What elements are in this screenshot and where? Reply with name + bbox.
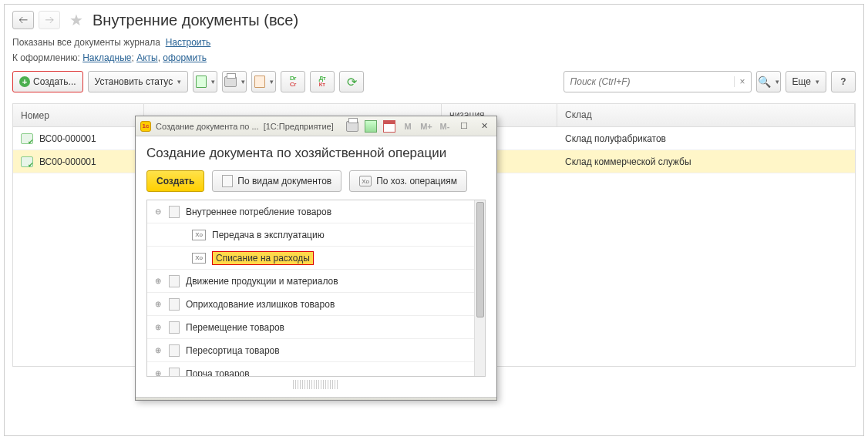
more-button[interactable]: Еще▾ bbox=[786, 71, 826, 92]
tree-item[interactable]: ⊕Движение продукции и материалов bbox=[147, 270, 474, 293]
expand-icon[interactable]: ⊕ bbox=[153, 369, 163, 377]
dialog-titlebar[interactable]: 1c Создание документа по ... [1С:Предпри… bbox=[136, 116, 496, 136]
tree-item[interactable]: ХоСписание на расходы bbox=[147, 247, 474, 270]
plus-icon: + bbox=[19, 76, 30, 87]
acts-link[interactable]: Акты bbox=[136, 52, 158, 63]
tree-item-label: Внутреннее потребление товаров bbox=[186, 207, 331, 217]
tree-item-label: Списание на расходы bbox=[212, 251, 314, 265]
doc-list-icon bbox=[222, 175, 233, 187]
document-icon bbox=[169, 321, 180, 334]
cell-number: ВС00-000001 bbox=[39, 156, 96, 167]
tree-item[interactable]: ⊕Оприходование излишков товаров bbox=[147, 293, 474, 316]
copy-icon bbox=[196, 76, 207, 88]
dr-kt-button-1[interactable]: DrCr bbox=[281, 71, 305, 92]
help-button[interactable]: ? bbox=[831, 71, 856, 92]
report-icon bbox=[254, 76, 265, 88]
expand-icon[interactable]: ⊕ bbox=[153, 277, 163, 286]
titlebar-print-icon[interactable] bbox=[345, 119, 359, 133]
create-button-label: Создать... bbox=[33, 76, 76, 87]
by-operations-button[interactable]: Хо По хоз. операциям bbox=[349, 170, 467, 192]
tree-spacer bbox=[177, 230, 186, 240]
help-icon: ? bbox=[840, 76, 846, 87]
configure-link[interactable]: Настроить bbox=[166, 37, 211, 48]
document-icon bbox=[21, 133, 33, 144]
window-maximize-button[interactable]: ☐ bbox=[456, 119, 472, 133]
tree-item-label: Движение продукции и материалов bbox=[186, 276, 338, 287]
titlebar-m-icon[interactable]: M bbox=[401, 119, 415, 133]
to-process-label: К оформлению: bbox=[12, 52, 80, 63]
document-icon bbox=[169, 368, 180, 377]
dialog-heading: Создание документа по хозяйственной опер… bbox=[146, 146, 486, 161]
nav-forward-button[interactable]: 🡢 bbox=[39, 11, 60, 29]
favorite-star-icon[interactable]: ★ bbox=[69, 11, 83, 29]
titlebar-grid-icon[interactable] bbox=[364, 119, 378, 133]
waybills-link[interactable]: Накладные bbox=[82, 52, 131, 63]
tree-item[interactable]: ⊕Перемещение товаров bbox=[147, 316, 474, 339]
window-close-button[interactable]: ✕ bbox=[476, 119, 492, 133]
by-documents-button[interactable]: По видам документов bbox=[212, 170, 341, 192]
search-button[interactable]: 🔍▾ bbox=[756, 71, 781, 92]
refresh-button[interactable]: ⟳ bbox=[339, 71, 364, 92]
dialog-resize-handle[interactable] bbox=[293, 380, 339, 389]
dtkt-icon: ДтКт bbox=[319, 76, 326, 88]
cell-wh: Склад коммерческой службы bbox=[557, 156, 855, 167]
create-link[interactable]: оформить bbox=[163, 52, 207, 63]
print-icon bbox=[224, 76, 237, 87]
dialog-create-button[interactable]: Создать bbox=[146, 170, 204, 192]
set-status-label: Установить статус bbox=[95, 76, 173, 87]
titlebar-mplus-icon[interactable]: M+ bbox=[419, 119, 433, 133]
expand-icon[interactable]: ⊕ bbox=[153, 346, 163, 355]
dialog-create-label: Создать bbox=[156, 176, 194, 186]
tree-scrollbar[interactable] bbox=[474, 200, 485, 376]
tree-item-label: Порча товаров bbox=[186, 368, 250, 377]
search-clear-button[interactable]: × bbox=[734, 76, 751, 87]
dialog-window-subtitle: [1С:Предприятие] bbox=[264, 122, 334, 131]
expand-icon[interactable]: ⊕ bbox=[153, 323, 163, 332]
cell-wh: Склад полуфабрикатов bbox=[557, 133, 855, 144]
create-button[interactable]: + Создать... bbox=[12, 71, 83, 92]
refresh-icon: ⟳ bbox=[347, 75, 357, 89]
by-operations-label: По хоз. операциям bbox=[376, 176, 457, 186]
collapse-icon[interactable]: ⊖ bbox=[153, 207, 163, 217]
tree-spacer bbox=[177, 254, 186, 263]
operation-icon: Хо bbox=[192, 230, 206, 240]
tree-item-label: Перемещение товаров bbox=[186, 322, 284, 333]
search-input[interactable] bbox=[564, 76, 734, 87]
document-icon bbox=[21, 156, 33, 167]
journal-shown-text: Показаны все документы журнала bbox=[12, 37, 160, 48]
operation-icon: Хо bbox=[192, 253, 206, 264]
more-label: Еще bbox=[792, 76, 811, 87]
page-title: Внутренние документы (все) bbox=[93, 12, 298, 29]
search-icon: 🔍 bbox=[758, 76, 771, 88]
set-status-button[interactable]: Установить статус ▾ bbox=[88, 71, 189, 92]
dialog-window-title: Создание документа по ... bbox=[156, 122, 259, 131]
nav-back-button[interactable]: 🡠 bbox=[12, 11, 34, 29]
cell-number: ВС00-000001 bbox=[39, 133, 96, 144]
chevron-down-icon: ▾ bbox=[177, 78, 181, 86]
print-button[interactable]: ▾ bbox=[222, 71, 247, 92]
tree-item-label: Передача в эксплуатацию bbox=[212, 230, 325, 240]
document-icon bbox=[169, 206, 180, 218]
drkt-icon: DrCr bbox=[290, 76, 296, 88]
col-number[interactable]: Номер bbox=[13, 104, 144, 126]
tree-item[interactable]: ХоПередача в эксплуатацию bbox=[147, 223, 474, 247]
dr-kt-button-2[interactable]: ДтКт bbox=[310, 71, 335, 92]
col-warehouse[interactable]: Склад bbox=[557, 104, 855, 126]
tree-item[interactable]: ⊖Внутреннее потребление товаров bbox=[147, 200, 474, 223]
document-icon bbox=[169, 344, 180, 357]
report-button[interactable]: ▾ bbox=[251, 71, 276, 92]
document-icon bbox=[169, 275, 180, 287]
by-documents-label: По видам документов bbox=[237, 176, 331, 186]
operation-tree: ⊖Внутреннее потребление товаровХоПередач… bbox=[146, 200, 486, 377]
expand-icon[interactable]: ⊕ bbox=[153, 300, 163, 309]
tree-scrollbar-thumb[interactable] bbox=[476, 202, 484, 317]
tree-item-label: Пересортица товаров bbox=[186, 345, 280, 356]
tree-item[interactable]: ⊕Порча товаров bbox=[147, 362, 474, 376]
search-box[interactable]: × bbox=[564, 71, 752, 92]
titlebar-mminus-icon[interactable]: M- bbox=[438, 119, 452, 133]
copy-button[interactable]: ▾ bbox=[193, 71, 217, 92]
create-document-dialog: 1c Создание документа по ... [1С:Предпри… bbox=[135, 116, 497, 401]
onec-logo-icon: 1c bbox=[140, 121, 151, 132]
tree-item[interactable]: ⊕Пересортица товаров bbox=[147, 339, 474, 362]
titlebar-calendar-icon[interactable] bbox=[382, 119, 396, 133]
